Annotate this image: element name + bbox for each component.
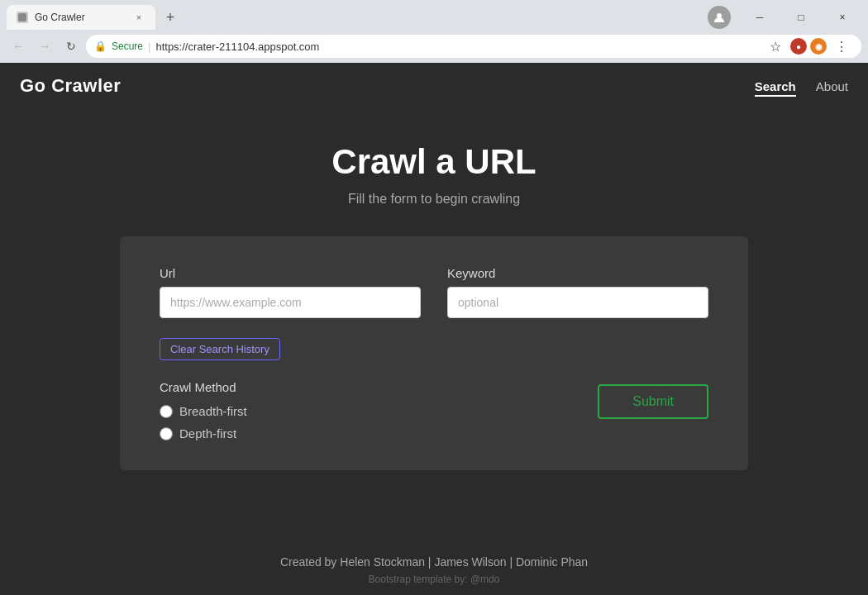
tab-title: Go Crawler (35, 12, 85, 23)
keyword-label: Keyword (447, 266, 708, 280)
app-footer: Created by Helen Stockman | James Wilson… (0, 536, 868, 595)
crawl-method-label: Crawl Method (160, 380, 280, 394)
app-main: Crawl a URL Fill the form to begin crawl… (0, 109, 868, 536)
app-wrapper: Go Crawler Search About Crawl a URL Fill… (0, 63, 868, 595)
app-nav-links: Search About (755, 76, 848, 97)
app-brand: Go Crawler (20, 75, 121, 97)
url-display: https://crater-211104.appspot.com (155, 40, 319, 53)
depth-first-radio[interactable] (160, 427, 173, 440)
breadth-first-label: Breadth-first (179, 404, 247, 418)
form-actions-row: Clear Search History Crawl Method Breadt… (160, 335, 708, 440)
close-button[interactable]: × (823, 5, 861, 30)
profile-button[interactable] (708, 6, 731, 29)
submit-button[interactable]: Submit (598, 384, 708, 419)
window-controls: ─ □ × (708, 5, 861, 30)
address-bar[interactable]: 🔒 Secure | https://crater-211104.appspot… (86, 35, 861, 58)
nav-link-search[interactable]: Search (755, 76, 796, 97)
breadth-first-radio[interactable] (160, 405, 173, 418)
crawl-method-section: Crawl Method Breadth-first Depth-first (160, 380, 280, 440)
keyword-input[interactable] (447, 287, 708, 318)
created-by-text: Created by (280, 555, 336, 569)
app-navbar: Go Crawler Search About (0, 63, 868, 109)
depth-first-label: Depth-first (179, 426, 236, 440)
submit-section: Submit (598, 335, 708, 419)
page-title: Crawl a URL (331, 142, 536, 182)
browser-tab[interactable]: Go Crawler × (7, 5, 155, 30)
title-bar: Go Crawler × + ─ □ × (0, 0, 868, 30)
footer-template: Bootstrap template by: @mdo (0, 574, 868, 585)
depth-first-option[interactable]: Depth-first (160, 426, 280, 440)
page-subtitle: Fill the form to begin crawling (348, 192, 520, 207)
forward-button[interactable]: → (33, 35, 56, 58)
url-label: Url (160, 266, 421, 280)
secure-icon: 🔒 (94, 40, 107, 52)
url-form-group: Url (160, 266, 421, 318)
nav-bar: ← → ↻ 🔒 Secure | https://crater-211104.a… (0, 30, 868, 63)
tab-bar: Go Crawler × + (7, 5, 182, 30)
nav-link-about[interactable]: About (816, 76, 848, 97)
minimize-button[interactable]: ─ (741, 5, 779, 30)
left-actions: Clear Search History Crawl Method Breadt… (160, 335, 280, 440)
authors-text: Helen Stockman | James Wilson | Dominic … (340, 555, 588, 569)
tab-favicon (17, 12, 28, 23)
keyword-form-group: Keyword (447, 266, 708, 318)
footer-credits: Created by Helen Stockman | James Wilson… (0, 555, 868, 569)
refresh-button[interactable]: ↻ (60, 35, 83, 58)
extension-icon-2[interactable]: ◉ (810, 38, 827, 55)
radio-group: Breadth-first Depth-first (160, 404, 280, 440)
form-card: Url Keyword Clear Search History Crawl M… (120, 236, 748, 470)
browser-menu-button[interactable]: ⋮ (830, 35, 853, 58)
bookmark-button[interactable]: ☆ (764, 35, 787, 58)
form-top-row: Url Keyword (160, 266, 708, 318)
extension-icon-1[interactable]: ● (790, 38, 807, 55)
secure-label: Secure (112, 40, 143, 52)
url-input[interactable] (160, 287, 421, 318)
new-tab-button[interactable]: + (159, 6, 182, 29)
back-button[interactable]: ← (7, 35, 30, 58)
tab-close-button[interactable]: × (132, 11, 145, 24)
maximize-button[interactable]: □ (782, 5, 820, 30)
svg-rect-0 (18, 13, 26, 21)
breadth-first-option[interactable]: Breadth-first (160, 404, 280, 418)
clear-search-history-button[interactable]: Clear Search History (160, 338, 280, 360)
browser-chrome: Go Crawler × + ─ □ × ← → (0, 0, 868, 63)
